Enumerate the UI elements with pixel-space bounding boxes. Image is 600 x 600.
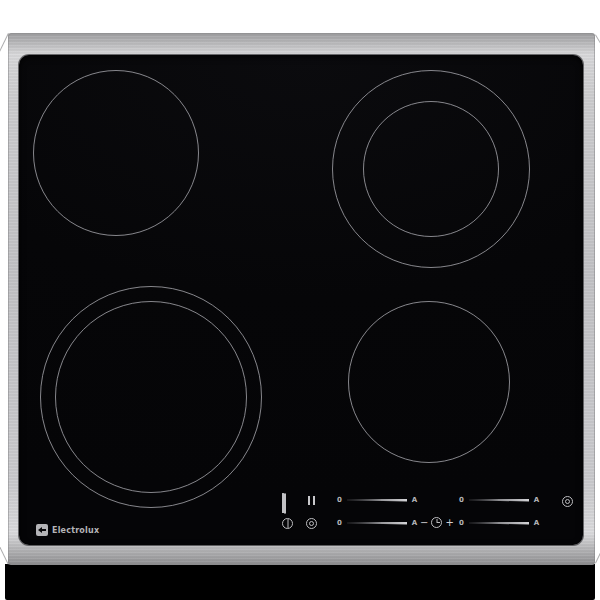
- brand-logo-text: Electrolux: [52, 526, 99, 535]
- cooking-zone-top-right-inner-ring: [363, 101, 499, 237]
- power-slider-top-left-zone[interactable]: 0 A: [336, 495, 418, 505]
- lock-icon: [282, 494, 286, 513]
- slider-min-label: 0: [458, 519, 465, 527]
- frame-miter-line: [595, 541, 600, 563]
- slider-max-label: A: [533, 519, 540, 527]
- timer-plus-button[interactable]: +: [445, 517, 453, 528]
- frame-miter-line: [595, 34, 600, 55]
- slider-track[interactable]: [347, 522, 407, 525]
- dual-zone-ring-button-right[interactable]: [562, 496, 573, 507]
- brand-logo: Electrolux: [36, 524, 99, 536]
- pause-icon: [308, 496, 310, 505]
- slider-track[interactable]: [469, 499, 529, 502]
- timer-clock-button[interactable]: [431, 517, 442, 528]
- timer-minus-button[interactable]: −: [420, 517, 428, 528]
- slider-max-label: A: [411, 496, 418, 504]
- hob-front-shadow: [5, 564, 595, 600]
- slider-max-label: A: [533, 496, 540, 504]
- electrolux-logo-icon: [36, 524, 48, 536]
- power-slider-top-right-zone[interactable]: 0 A: [458, 495, 540, 505]
- slider-max-label: A: [411, 519, 418, 527]
- slider-min-label: 0: [336, 496, 343, 504]
- slider-track[interactable]: [347, 499, 407, 502]
- pause-button[interactable]: [308, 496, 315, 505]
- timer-control: − +: [420, 517, 454, 528]
- power-button[interactable]: [282, 518, 293, 529]
- product-photo-hob: Electrolux 0 A 0 A 0 A − + 0 A: [0, 0, 600, 600]
- power-slider-bottom-right-zone[interactable]: 0 A: [458, 518, 540, 528]
- cooking-zone-bottom-right-ring: [348, 301, 510, 463]
- cooking-zone-bottom-left-inner-ring: [55, 301, 247, 493]
- cooking-zone-top-left-ring: [33, 70, 199, 236]
- slider-min-label: 0: [336, 519, 343, 527]
- power-slider-bottom-left-zone[interactable]: 0 A: [336, 518, 418, 528]
- dual-zone-ring-button-left[interactable]: [306, 518, 317, 529]
- lock-button[interactable]: [282, 494, 293, 506]
- slider-track[interactable]: [469, 522, 529, 525]
- slider-min-label: 0: [458, 496, 465, 504]
